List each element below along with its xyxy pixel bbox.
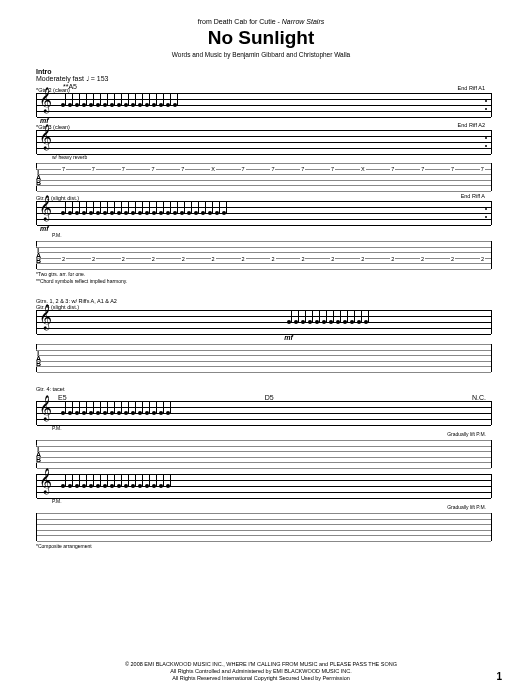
system-2: Gtr. 1 (slight dist.) 𝄞 End Riff A mf P.…: [28, 195, 494, 284]
dynamic-mf: mf: [284, 334, 494, 341]
album-name: Narrow Stairs: [282, 18, 324, 25]
gtr4-tacet: Gtr. 4: tacet: [36, 386, 494, 392]
song-title: No Sunlight: [28, 27, 494, 49]
footnote-1: *Two gtrs. arr. for one.: [36, 271, 494, 277]
tab-label: TAB: [35, 350, 42, 367]
tab-label: TAB: [35, 169, 42, 186]
tab-staff-3: TAB: [36, 344, 492, 372]
notes-row: [37, 401, 491, 425]
dynamic-mf: mf: [40, 225, 494, 232]
grad-pm: Gradually lift P.M.: [52, 504, 486, 510]
copyright-line1: © 2008 EMI BLACKWOOD MUSIC INC., WHERE I…: [28, 661, 494, 668]
source-prefix: from Death Cab for Cutie -: [198, 18, 282, 25]
notes-row: [37, 310, 491, 334]
dynamic-mf: mf: [40, 117, 494, 124]
chord-a5: **A5: [63, 83, 77, 90]
tab-staff-2: TAB 222222222222222: [36, 241, 492, 269]
tab-numbers-row: 222222222222222: [61, 256, 485, 262]
copyright-block: © 2008 EMI BLACKWOOD MUSIC INC., WHERE I…: [28, 661, 494, 682]
copyright-line3: All Rights Reserved International Copyri…: [28, 675, 494, 682]
tab-label: TAB: [35, 446, 42, 463]
composite-note: *Composite arrangement: [36, 543, 494, 549]
sheet-page: from Death Cab for Cutie - Narrow Stairs…: [0, 0, 522, 696]
source-line: from Death Cab for Cutie - Narrow Stairs: [28, 18, 494, 25]
section-intro: Intro: [36, 68, 494, 75]
riff-end-a1: End Riff A1: [458, 85, 485, 91]
footnote-2: **Chord symbols reflect implied harmony.: [36, 278, 494, 284]
notes-row: [37, 474, 491, 498]
chord-nc: N.C.: [472, 394, 486, 401]
credits: Words and Music by Benjamin Gibbard and …: [28, 51, 494, 58]
staff-notation-5: 𝄞: [36, 401, 492, 425]
page-number: 1: [496, 671, 502, 682]
notes-row: [37, 93, 491, 117]
tab-staff-4: TAB: [36, 440, 492, 468]
tab-label: TAB: [35, 247, 42, 264]
grad-pm: Gradually lift P.M.: [52, 431, 486, 437]
staff-notation: 𝄞 **A5 End Riff A1: [36, 93, 492, 117]
riff-end-a2: End Riff A2: [458, 122, 485, 128]
header-block: from Death Cab for Cutie - Narrow Stairs…: [28, 18, 494, 58]
system-4: Gtr. 4: tacet E5 D5 N.C. 𝄞 P.M. Graduall…: [28, 386, 494, 549]
staff-notation-4: 𝄞: [36, 310, 492, 334]
tempo-marking: Moderately fast ♩ = 153: [36, 75, 494, 83]
staff-notation-6: 𝄞: [36, 474, 492, 498]
tab-numbers-row: 77777X7777X7777: [61, 166, 485, 172]
riff-end-a: End Riff A: [461, 193, 485, 199]
chord-row: E5 D5 N.C.: [58, 394, 486, 401]
pm-marking: P.M.: [52, 232, 494, 238]
staff-notation-3: 𝄞 End Riff A: [36, 201, 492, 225]
chord-e5: E5: [58, 394, 67, 401]
chord-d5: D5: [265, 394, 274, 401]
system-3: Gtrs. 1, 2 & 3: w/ Riffs A, A1 & A2 Gtr.…: [28, 298, 494, 372]
tab-staff-5: [36, 513, 492, 541]
tab-staff-1: TAB 77777X7777X7777: [36, 163, 492, 191]
staff-notation-2: 𝄞 End Riff A2: [36, 130, 492, 154]
copyright-line2: All Rights Controlled and Administered b…: [28, 668, 494, 675]
notes-row: [37, 201, 491, 225]
system-1: *Gtr. 2 (clean) 𝄞 **A5 End Riff A1 mf *G…: [28, 87, 494, 191]
